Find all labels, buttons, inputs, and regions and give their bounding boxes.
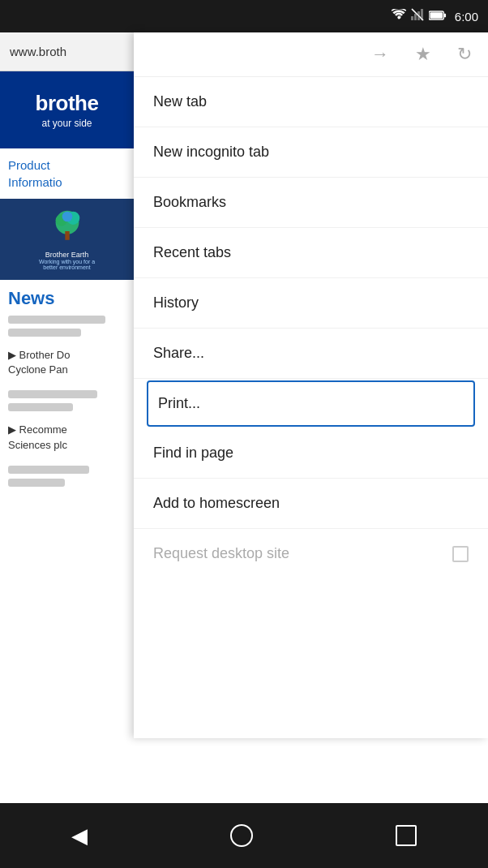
bottom-nav-bar: ◀ [0,803,488,868]
forward-icon[interactable]: → [371,44,389,65]
svg-rect-14 [65,231,69,240]
brother-header: brothe at your side [0,71,134,148]
menu-toolbar: → ★ ↻ [134,32,488,77]
svg-point-13 [62,211,72,221]
back-button[interactable]: ◀ [71,823,88,849]
gray-block-5 [8,466,89,474]
svg-rect-9 [430,12,443,18]
svg-rect-1 [411,16,413,20]
bookmark-icon[interactable]: ★ [415,44,431,65]
svg-point-0 [397,17,400,19]
earth-banner: Brother Earth Working with you for abett… [0,199,134,280]
status-icons: 6:00 [392,8,478,24]
context-menu: → ★ ↻ New tab New incognito tab Bookmark… [134,32,488,738]
refresh-icon[interactable]: ↻ [457,44,472,65]
product-link[interactable]: Product Informatio [8,157,126,191]
svg-rect-8 [443,14,446,18]
earth-banner-text: Brother Earth [39,251,95,259]
news-item-2-line1: ▶ Recomme [8,423,126,437]
gray-block-4 [8,403,73,411]
menu-item-history[interactable]: History [134,278,488,329]
product-info-section: Product Informatio [0,148,134,199]
news-item-2-line2: Sciences plc [8,438,126,453]
earth-tree-icon [51,209,83,246]
status-time: 6:00 [455,10,478,24]
news-title: News [8,288,126,309]
status-bar: 6:00 [0,0,488,32]
menu-item-share[interactable]: Share... [134,329,488,379]
gray-block-3 [8,390,97,398]
signal-blocked-icon [411,8,424,24]
news-item-1-line1: ▶ Brother Do [8,348,126,363]
menu-item-print[interactable]: Print... [147,380,475,427]
gray-block-2 [8,329,81,337]
gray-block-6 [8,479,65,487]
menu-item-recent-tabs[interactable]: Recent tabs [134,228,488,278]
menu-items-list: New tab New incognito tab Bookmarks Rece… [134,77,488,578]
menu-item-add-to-homescreen[interactable]: Add to homescreen [134,479,488,529]
menu-item-request-desktop[interactable]: Request desktop site [134,529,488,578]
earth-banner-subtitle: Working with you for abetter environment [39,259,95,270]
svg-rect-2 [414,14,417,20]
menu-item-new-tab[interactable]: New tab [134,77,488,127]
url-text: www.broth [10,45,66,58]
menu-item-new-incognito-tab[interactable]: New incognito tab [134,127,488,178]
checkbox-icon[interactable] [452,546,469,562]
home-button[interactable] [230,824,253,847]
menu-item-bookmarks[interactable]: Bookmarks [134,178,488,228]
menu-item-find-in-page[interactable]: Find in page [134,428,488,479]
battery-icon [429,9,447,24]
news-section: News ▶ Brother Do Cyclone Pan ▶ Recomme … [0,280,134,500]
request-desktop-label: Request desktop site [153,545,289,562]
brother-tagline: at your side [41,118,92,129]
brother-logo: brothe [36,91,99,116]
news-item-1-line2: Cyclone Pan [8,363,126,377]
wifi-icon [392,9,406,24]
recent-apps-button[interactable] [396,825,417,846]
gray-block-1 [8,316,105,324]
